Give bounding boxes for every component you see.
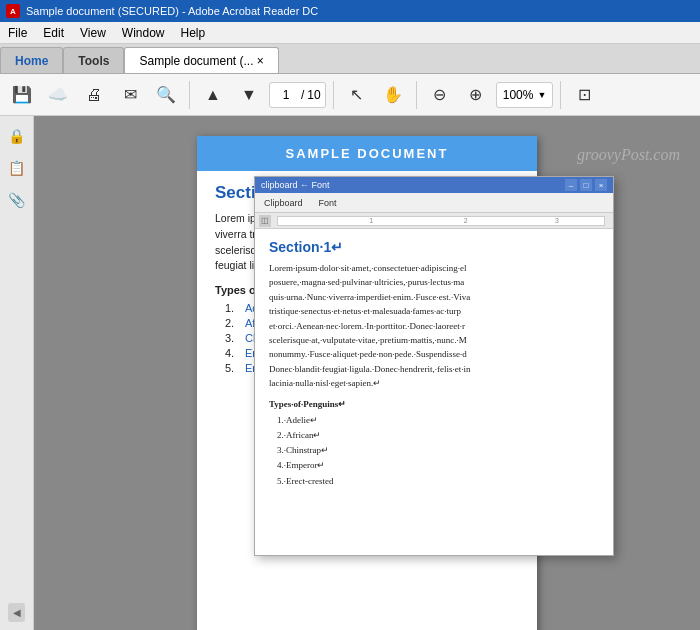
- word-body-line: tristique·senectus·et·netus·et·malesuada…: [269, 304, 599, 318]
- app-icon: A: [6, 4, 20, 18]
- word-list-title: Types·of·Penguins↵: [269, 399, 599, 409]
- word-section-title: Section·1↵: [269, 239, 599, 255]
- prev-page-button[interactable]: ▲: [197, 79, 229, 111]
- word-list-item: 1.·Adelie↵: [277, 413, 599, 428]
- word-body-line: nonummy.·Fusce·aliquet·pede·non·pede.·Su…: [269, 347, 599, 361]
- pdf-header: SAMPLE DOCUMENT: [197, 136, 537, 171]
- word-doc-area: Section·1↵ Lorem·ipsum·dolor·sit·amet,·c…: [255, 229, 613, 555]
- word-ribbon-font[interactable]: Font: [316, 197, 340, 209]
- word-list-item: 4.·Emperor↵: [277, 458, 599, 473]
- word-body-line: Lorem·ipsum·dolor·sit·amet,·consectetuer…: [269, 261, 599, 275]
- ruler-left-marker: ◫: [259, 215, 271, 227]
- word-title-text: clipboard ← Font: [261, 180, 565, 190]
- word-list-item: 3.·Chinstrap↵: [277, 443, 599, 458]
- left-panel: 🔒 📋 📎 ◀: [0, 116, 34, 630]
- hand-tool-button[interactable]: ✋: [377, 79, 409, 111]
- search-button[interactable]: 🔍: [150, 79, 182, 111]
- word-minimize-button[interactable]: –: [565, 179, 577, 191]
- word-ruler: ◫ 1 2 3: [255, 213, 613, 229]
- page-separator: /: [301, 88, 304, 102]
- menu-edit[interactable]: Edit: [35, 22, 72, 43]
- ruler-body: 1 2 3: [277, 216, 605, 226]
- word-body-line: scelerisque·at,·vulputate·vitae,·pretium…: [269, 333, 599, 347]
- menu-window[interactable]: Window: [114, 22, 173, 43]
- toolbar-separator-1: [189, 81, 190, 109]
- tab-tools[interactable]: Tools: [63, 47, 124, 73]
- groovy-watermark: groovyPost.com: [577, 146, 680, 164]
- zoom-dropdown-icon[interactable]: ▼: [537, 90, 546, 100]
- menu-help[interactable]: Help: [173, 22, 214, 43]
- ruler-mark-3: 3: [555, 217, 559, 224]
- word-ribbon-clipboard[interactable]: Clipboard: [261, 197, 306, 209]
- save-button[interactable]: 💾: [6, 79, 38, 111]
- zoom-level-box[interactable]: 100% ▼: [496, 82, 554, 108]
- page-navigator: 1 / 10: [269, 82, 326, 108]
- word-ribbon: Clipboard Font: [255, 193, 613, 213]
- menu-view[interactable]: View: [72, 22, 114, 43]
- print-button[interactable]: 🖨: [78, 79, 110, 111]
- word-titlebar: clipboard ← Font – □ ×: [255, 177, 613, 193]
- attach-panel-icon[interactable]: 📎: [5, 188, 29, 212]
- word-list-item: 2.·African↵: [277, 428, 599, 443]
- word-body-line: posuere,·magna·sed·pulvinar·ultricies,·p…: [269, 275, 599, 289]
- pdf-area: groovyPost.com SAMPLE DOCUMENT Section 1…: [34, 116, 700, 630]
- tab-home-label: Home: [15, 54, 48, 68]
- word-controls: – □ ×: [565, 179, 607, 191]
- tab-home[interactable]: Home: [0, 47, 63, 73]
- cursor-tool-button[interactable]: ↖: [341, 79, 373, 111]
- lock-panel-icon[interactable]: 🔒: [5, 124, 29, 148]
- email-button[interactable]: ✉: [114, 79, 146, 111]
- title-text: Sample document (SECURED) - Adobe Acroba…: [26, 5, 318, 17]
- ruler-mark-2: 2: [464, 217, 468, 224]
- word-overlay: clipboard ← Font – □ × Clipboard Font ◫ …: [254, 176, 614, 556]
- title-bar: A Sample document (SECURED) - Adobe Acro…: [0, 0, 700, 22]
- menu-bar: File Edit View Window Help: [0, 22, 700, 44]
- main-area: 🔒 📋 📎 ◀ groovyPost.com SAMPLE DOCUMENT S…: [0, 116, 700, 630]
- ruler-mark-1: 1: [369, 217, 373, 224]
- panel-collapse-button[interactable]: ◀: [8, 603, 25, 622]
- tab-document-label: Sample document (... ×: [139, 54, 263, 68]
- word-list-item: 5.·Erect-crested: [277, 474, 599, 489]
- word-body-line: Donec·blandit·feugiat·ligula.·Donec·hend…: [269, 362, 599, 376]
- zoom-in-button[interactable]: ⊕: [460, 79, 492, 111]
- page-number-input[interactable]: 1: [274, 88, 298, 102]
- tab-bar: Home Tools Sample document (... ×: [0, 44, 700, 74]
- word-maximize-button[interactable]: □: [580, 179, 592, 191]
- word-body-line: lacinia·nulla·nisl·eget·sapien.↵: [269, 376, 599, 390]
- fit-button[interactable]: ⊡: [568, 79, 600, 111]
- toolbar: 💾 ☁️ 🖨 ✉ 🔍 ▲ ▼ 1 / 10 ↖ ✋ ⊖ ⊕ 100% ▼ ⊡: [0, 74, 700, 116]
- upload-button[interactable]: ☁️: [42, 79, 74, 111]
- next-page-button[interactable]: ▼: [233, 79, 265, 111]
- word-body-line: et·orci.·Aenean·nec·lorem.·In·porttitor.…: [269, 319, 599, 333]
- page-total: 10: [307, 88, 320, 102]
- word-penguin-list: 1.·Adelie↵ 2.·African↵ 3.·Chinstrap↵ 4.·…: [269, 413, 599, 489]
- tab-document[interactable]: Sample document (... ×: [124, 47, 278, 73]
- toolbar-separator-3: [416, 81, 417, 109]
- layers-panel-icon[interactable]: 📋: [5, 156, 29, 180]
- tab-tools-label: Tools: [78, 54, 109, 68]
- menu-file[interactable]: File: [0, 22, 35, 43]
- toolbar-separator-2: [333, 81, 334, 109]
- word-body-line: quis·urna.·Nunc·viverra·imperdiet·enim.·…: [269, 290, 599, 304]
- zoom-level-text: 100%: [503, 88, 534, 102]
- toolbar-separator-4: [560, 81, 561, 109]
- zoom-out-button[interactable]: ⊖: [424, 79, 456, 111]
- word-close-button[interactable]: ×: [595, 179, 607, 191]
- word-body-text: Lorem·ipsum·dolor·sit·amet,·consectetuer…: [269, 261, 599, 391]
